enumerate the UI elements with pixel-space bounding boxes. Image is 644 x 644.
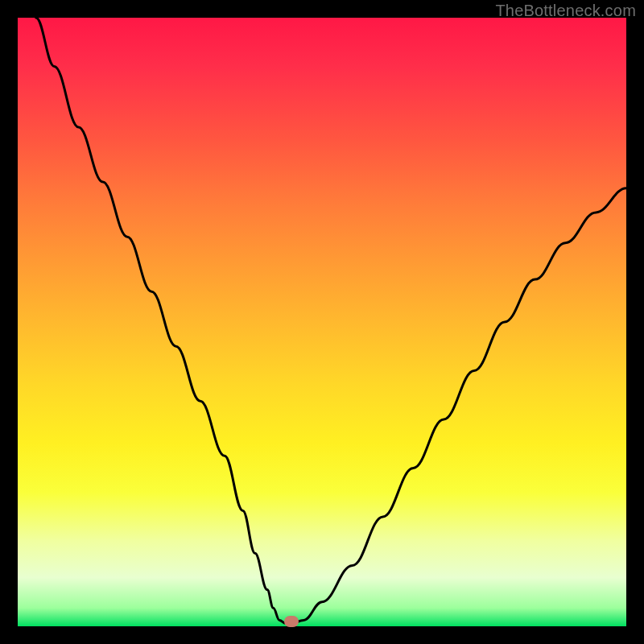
curve-svg xyxy=(18,18,626,626)
bottleneck-curve xyxy=(36,18,626,623)
chart-container: TheBottleneck.com xyxy=(0,0,644,644)
watermark-text: TheBottleneck.com xyxy=(495,2,636,20)
plot-area xyxy=(18,18,626,626)
optimal-point-marker xyxy=(284,616,299,627)
